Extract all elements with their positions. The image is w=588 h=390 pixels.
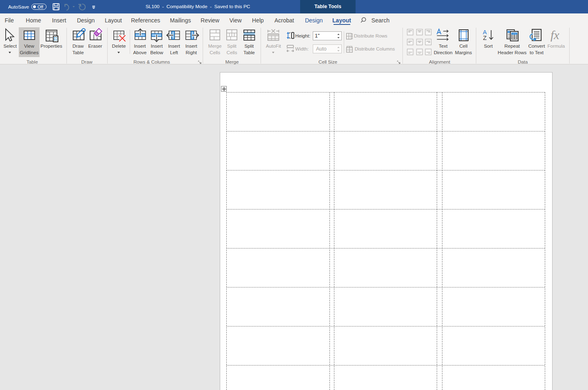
svg-text:Z: Z bbox=[483, 35, 487, 41]
